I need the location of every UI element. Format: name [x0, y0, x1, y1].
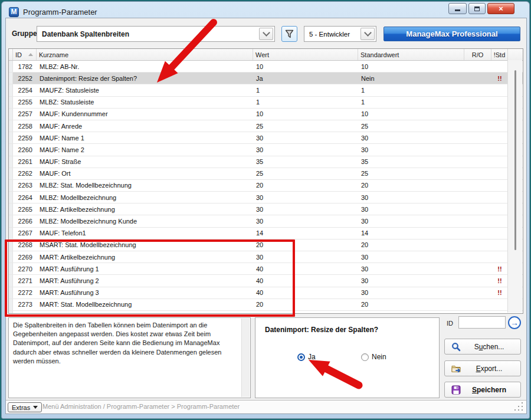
cell-nstd	[491, 299, 508, 310]
cell-ro	[464, 287, 491, 298]
table-row[interactable]: 2262MAUF: Ort2525	[9, 168, 523, 180]
cell-gutter	[9, 97, 13, 108]
cell-kurzname: MAUF: Telefon1	[37, 228, 253, 239]
close-icon: ×	[499, 4, 503, 13]
column-header-standardwert[interactable]: Standardwert	[358, 49, 464, 60]
cell-gutter	[9, 180, 13, 191]
annotation-rectangle	[5, 239, 295, 317]
table-row[interactable]: 2258MAUF: Anrede2525	[9, 120, 523, 132]
cell-wert: 30	[253, 215, 358, 227]
table-vertical-scrollbar[interactable]	[507, 60, 522, 313]
cell-nstd	[491, 109, 508, 120]
cell-ro	[464, 299, 491, 310]
cell-standardwert: 30	[358, 275, 464, 286]
id-label: ID	[447, 320, 453, 327]
cell-id: 2267	[13, 228, 37, 239]
table-row[interactable]: 2264MLBZ: Modellbezeichnung3030	[9, 192, 523, 204]
column-header-ro[interactable]: R/O	[464, 49, 491, 60]
cell-standardwert: 1	[358, 84, 464, 96]
cell-standardwert: 10	[358, 109, 464, 120]
cell-nstd	[491, 156, 508, 168]
cell-ro	[464, 109, 491, 120]
cell-standardwert: 30	[358, 132, 464, 143]
goto-id-button[interactable]: →	[508, 316, 521, 329]
cell-ro	[464, 156, 491, 168]
cell-id: 2259	[13, 132, 37, 143]
resize-grip[interactable]	[514, 402, 523, 411]
table-row[interactable]: 2254MAUFZ: Statusleiste11	[9, 84, 523, 96]
cell-standardwert: 1	[358, 97, 464, 108]
table-row[interactable]: 2255MLBZ: Statusleiste11	[9, 97, 523, 109]
table-row[interactable]: 2261MAUF: Straße3535	[9, 156, 523, 168]
cell-wert: Ja	[253, 73, 358, 84]
table-row[interactable]: 2260MAUF: Name 23030	[9, 144, 523, 156]
table-row[interactable]: 1782MLBZ: AB-Nr.1010	[9, 61, 523, 73]
table-row[interactable]: 2266MLBZ: Modellbezeichnung Kunde3030	[9, 215, 523, 227]
export-button[interactable]: Export...	[444, 360, 521, 376]
save-button[interactable]: Speichern	[444, 382, 521, 398]
cell-ro	[464, 144, 491, 155]
description-panel[interactable]: Die Spaltenbreiten in den Tabellen könne…	[8, 317, 251, 398]
search-icon	[451, 342, 461, 352]
id-input[interactable]	[458, 316, 506, 329]
cell-wert: 25	[253, 120, 358, 132]
cell-nstd: !!	[491, 287, 508, 298]
cell-nstd	[491, 311, 508, 314]
group-dropdown-button[interactable]	[259, 28, 273, 40]
cell-id: 2261	[13, 156, 37, 168]
radio-button-icon[interactable]	[297, 353, 305, 361]
cell-standardwert: 20	[358, 299, 464, 310]
table-row[interactable]: 2252Datenimport: Resize der Spalten?JaNe…	[9, 73, 523, 84]
cell-id: 2263	[13, 180, 37, 191]
app-icon: M	[9, 7, 19, 17]
table-row[interactable]: 2265MLBZ: Artikelbezeichnung3030	[9, 204, 523, 215]
cell-id: 2264	[13, 192, 37, 203]
cell-ro	[464, 275, 491, 286]
cell-standardwert: Nein	[358, 73, 464, 84]
scrollbar-thumb[interactable]	[514, 70, 516, 250]
cell-wert: 14	[253, 228, 358, 239]
radio-option-ja[interactable]: Ja	[297, 353, 316, 361]
column-header-kurzname[interactable]: Kurzname	[37, 49, 253, 60]
group-dropdown[interactable]: Datenbank Spaltenbreiten	[37, 26, 275, 42]
close-button[interactable]: ×	[487, 3, 514, 14]
search-button[interactable]: Suchen...	[444, 339, 521, 355]
cell-nstd	[491, 251, 508, 262]
description-scrollbar[interactable]	[241, 319, 250, 397]
cell-kurzname: Datenimport: Resize der Spalten?	[37, 73, 253, 84]
cell-nstd	[491, 61, 508, 72]
extras-label: Extras	[12, 404, 30, 411]
header-filler	[508, 49, 523, 60]
save-floppy-icon	[451, 385, 461, 395]
cell-nstd	[491, 192, 508, 203]
minimize-icon	[455, 9, 460, 11]
minimize-button[interactable]	[448, 3, 467, 14]
column-header-wert[interactable]: Wert	[253, 49, 358, 60]
cell-nstd	[491, 168, 508, 179]
column-header-nstd[interactable]: !Std	[491, 49, 508, 60]
filter-button[interactable]	[281, 26, 297, 42]
detail-title: Datenimport: Resize der Spalten?	[265, 326, 378, 334]
maximize-button[interactable]	[468, 3, 486, 14]
cell-ro	[464, 215, 491, 227]
cell-nstd	[491, 180, 508, 191]
table-row[interactable]: 2259MAUF: Name 13030	[9, 132, 523, 144]
cell-ro	[464, 263, 491, 274]
cell-standardwert: 30	[358, 204, 464, 215]
radio-button-icon[interactable]	[361, 353, 369, 361]
column-header-id[interactable]: ID	[13, 49, 37, 60]
table-row[interactable]: 2263MLBZ: Stat. Modellbezeichnung2020	[9, 180, 523, 192]
table-row[interactable]: 2267MAUF: Telefon11414	[9, 228, 523, 239]
radio-option-nein[interactable]: Nein	[361, 353, 386, 361]
cell-kurzname: MAUF: Name 2	[37, 144, 253, 155]
description-text: Die Spaltenbreiten in den Tabellen könne…	[13, 321, 237, 366]
table-row[interactable]: 2257MAUF: Kundennummer1010	[9, 109, 523, 120]
privilege-dropdown-button[interactable]	[360, 28, 375, 40]
extras-menu-button[interactable]: Extras	[8, 402, 42, 412]
cell-gutter	[9, 120, 13, 132]
cell-id: 2258	[13, 120, 37, 132]
cell-gutter	[9, 228, 13, 239]
privilege-dropdown[interactable]: 5 - Entwickler	[304, 26, 376, 42]
cell-gutter	[9, 168, 13, 179]
cell-id: 2260	[13, 144, 37, 155]
